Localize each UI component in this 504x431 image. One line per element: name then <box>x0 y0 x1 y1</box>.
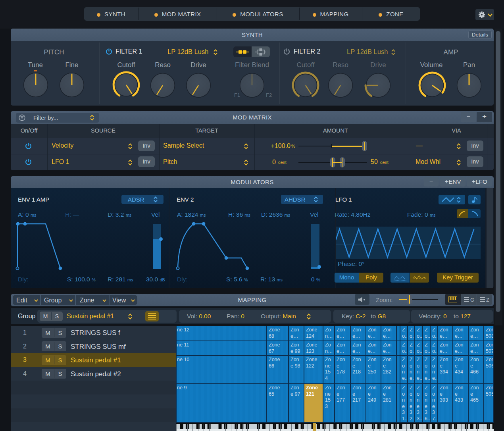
svg-text:G: G <box>470 297 474 302</box>
svg-text:Z: Z <box>486 297 489 302</box>
